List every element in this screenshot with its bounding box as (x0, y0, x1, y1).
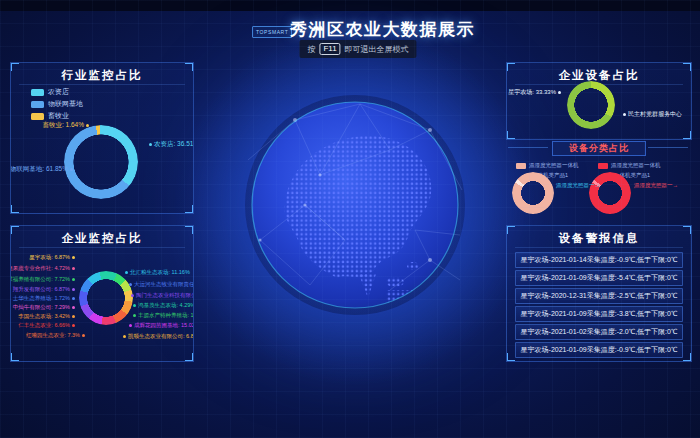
label-dot (72, 324, 75, 327)
globe-visualization (240, 90, 470, 320)
pie-callout: 温湿度光照器一→ (556, 182, 600, 189)
label-dot (131, 294, 134, 297)
legend-label: 畜牧业 (48, 111, 69, 121)
pie-callout: 温湿度光照器一→ (634, 182, 678, 189)
alarm-row: 星宇农场-2021-01-02采集温度:-2.0℃,低于下限:0℃ (515, 324, 683, 340)
label-dot (123, 335, 126, 338)
pie-callout: 陶门生态农业科技有限公 (131, 292, 194, 299)
title-line (508, 147, 548, 148)
pie-callout: 李国生态农场: 3.42% (18, 313, 75, 320)
corner-accent (683, 225, 692, 234)
f11-key-badge: F11 (319, 43, 340, 55)
corner-accent (683, 131, 692, 140)
legend-label: 农资店 (48, 87, 69, 97)
label-dot (72, 267, 75, 270)
legend-swatch (31, 101, 44, 108)
label-dot (623, 113, 626, 116)
alarm-row: 星宇农场-2020-12-31采集温度:-2.5℃,低于下限:0℃ (515, 288, 683, 304)
corner-accent (185, 205, 194, 214)
pie-callout: 丰源水产特种养殖场: 1. (133, 312, 194, 319)
corner-accent (10, 353, 19, 362)
panel-title: 企业监控占比 (19, 229, 185, 248)
alarm-row: 星宇农场-2021-01-09采集温度:-3.8℃,低于下限:0℃ (515, 306, 683, 322)
label-dot (133, 314, 136, 317)
class-donut-right[interactable] (589, 172, 631, 214)
legend-item[interactable]: 温湿度光照器一体机 (598, 162, 661, 169)
legend-item[interactable]: 物联网基地 (31, 99, 83, 109)
panel-title: 设备警报信息 (515, 229, 683, 248)
page-title: 秀洲区农业大数据展示 (290, 18, 475, 41)
legend-label: 温湿度光照器一体机 (611, 162, 661, 169)
corner-accent (506, 62, 515, 71)
pie-callout: 刘姐果蔬专业合作社: 4.72% (10, 265, 75, 272)
pie-callout: 农资店: 36.51% (149, 140, 194, 149)
panel-device-class: 设备分类占比 温湿度光照器一体机 一体机类产品1 温湿度光照器一体机 一体机类产… (506, 140, 690, 222)
fullscreen-hint: 按 F11 即可退出全屏模式 (299, 40, 416, 58)
label-dot (129, 283, 132, 286)
label-dot (70, 168, 73, 171)
pie-callout: 星宇农场: 6.87% (29, 254, 75, 261)
corner-accent (10, 205, 19, 214)
pie-callout: 凯顿生态农业有限公司: 6.87% (123, 333, 194, 340)
label-dot (72, 315, 75, 318)
corner-accent (506, 353, 515, 362)
pie-callout: 星宇农场: 33.33% (508, 88, 561, 97)
pie-callout: 鸿基茂生态农场: 4.29% (133, 302, 194, 309)
legend-item[interactable]: 畜牧业 (31, 111, 69, 121)
alarm-row: 星宇农场-2021-01-14采集温度:-0.9℃,低于下限:0℃ (515, 252, 683, 268)
enterprise-donut-chart[interactable] (79, 271, 133, 325)
label-dot (72, 297, 75, 300)
device-donut-chart[interactable] (567, 81, 615, 129)
legend-swatch (31, 113, 44, 120)
label-dot (72, 256, 75, 259)
pie-callout: 民主村党群服务中心 (623, 110, 682, 119)
label-dot (129, 324, 132, 327)
label-dot (72, 278, 75, 281)
corner-accent (506, 225, 515, 234)
pie-callout: 北汇粮生态农场: 11.16% (125, 269, 190, 276)
dashboard: TOPSMART 秀洲区农业大数据展示 按 F11 即可退出全屏模式 行业监控占… (0, 0, 700, 438)
hint-prefix: 按 (307, 44, 315, 55)
class-donut-left[interactable] (512, 172, 554, 214)
alarm-row: 星宇农场-2021-01-09采集温度:-5.4℃,低于下限:0℃ (515, 270, 683, 286)
legend-swatch (598, 163, 608, 169)
corner-accent (10, 62, 19, 71)
corner-accent (185, 62, 194, 71)
legend-item[interactable]: 农资店 (31, 87, 69, 97)
corner-accent (185, 225, 194, 234)
label-dot (82, 334, 85, 337)
pie-callout: 翔升发有限公司: 6.87% (13, 286, 75, 293)
brand-logo: TOPSMART (252, 26, 292, 38)
corner-accent (10, 225, 19, 234)
corner-accent (185, 353, 194, 362)
pie-callout: 成辉花园苗圃基地: 15.02% (129, 322, 194, 329)
panel-alarm-info: 设备警报信息 星宇农场-2021-01-14采集温度:-0.9℃,低于下限:0℃… (506, 225, 692, 362)
alarm-row: 星宇农场-2021-01-09采集温度:-0.9℃,低于下限:0℃ (515, 342, 683, 358)
label-dot (149, 143, 152, 146)
label-dot (558, 91, 561, 94)
pie-callout: 中灿牛有限公司: 7.29% (13, 304, 75, 311)
top-strip (0, 0, 700, 11)
label-dot (86, 124, 89, 127)
corner-accent (506, 131, 515, 140)
label-dot (72, 306, 75, 309)
globe-svg (240, 90, 470, 320)
panel-industry-ratio: 行业监控占比 农资店 物联网基地 畜牧业 畜牧业: 1.64% 农资店: 36.… (10, 62, 194, 214)
label-dot (72, 288, 75, 291)
panel-title: 设备分类占比 (552, 141, 646, 156)
legend-swatch (516, 163, 526, 169)
panel-title: 行业监控占比 (19, 66, 185, 85)
legend-label: 物联网基地 (48, 99, 83, 109)
corner-accent (683, 353, 692, 362)
industry-donut-chart[interactable] (64, 125, 138, 199)
panel-device-ratio: 企业设备占比 星宇农场: 33.33% 民主村党群服务中心 (506, 62, 692, 140)
corner-accent (683, 62, 692, 71)
label-dot (133, 304, 136, 307)
legend-swatch (31, 89, 44, 96)
pie-callout: 仁丰生态农业: 6.66% (18, 322, 75, 329)
pie-callout: 物联网基地: 61.85% (10, 165, 73, 174)
title-line (648, 147, 688, 148)
pie-callout: 红嘴园生态农业: 7.3% (26, 332, 85, 339)
hint-suffix: 即可退出全屏模式 (345, 44, 409, 55)
legend-item[interactable]: 温湿度光照器一体机 (516, 162, 579, 169)
